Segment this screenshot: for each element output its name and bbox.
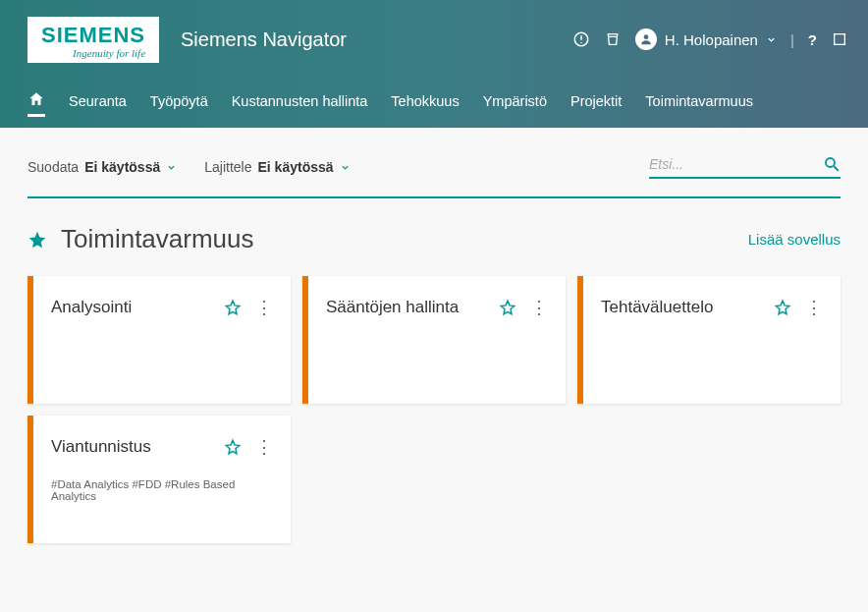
section-title: Toimintavarmuus bbox=[61, 224, 748, 254]
sort-label: Lajittele bbox=[204, 159, 251, 175]
divider: | bbox=[790, 31, 794, 48]
help-icon[interactable]: ? bbox=[808, 31, 817, 48]
card-title: Viantunnistus bbox=[51, 437, 224, 457]
app-header: SIEMENS Ingenuity for life Siemens Navig… bbox=[0, 0, 868, 128]
section-header: Toimintavarmuus Lisää sovellus bbox=[27, 224, 841, 254]
search-box[interactable] bbox=[649, 155, 841, 179]
star-outline-icon[interactable] bbox=[224, 438, 242, 456]
kebab-menu-icon[interactable]: ⋮ bbox=[255, 438, 273, 456]
card-tehtavaluettelo[interactable]: Tehtäväluettelo ⋮ bbox=[577, 276, 841, 404]
nav-kustannusten-hallinta[interactable]: Kustannusten hallinta bbox=[232, 93, 368, 113]
brand-name: SIEMENS bbox=[41, 25, 145, 46]
kebab-menu-icon[interactable]: ⋮ bbox=[530, 299, 548, 316]
chevron-down-icon bbox=[766, 34, 777, 45]
sort-control[interactable]: Lajittele Ei käytössä bbox=[204, 159, 350, 175]
main-nav: Seuranta Työpöytä Kustannusten hallinta … bbox=[0, 79, 868, 128]
card-title: Sääntöjen hallinta bbox=[326, 298, 499, 317]
nav-seuranta[interactable]: Seuranta bbox=[69, 93, 127, 113]
content: Toimintavarmuus Lisää sovellus Analysoin… bbox=[0, 196, 868, 543]
nav-tyopoyta[interactable]: Työpöytä bbox=[150, 93, 208, 113]
user-name: H. Holopainen bbox=[665, 31, 758, 48]
home-icon bbox=[27, 90, 45, 108]
brand-tagline: Ingenuity for life bbox=[41, 48, 145, 59]
section-divider bbox=[27, 196, 841, 198]
add-app-link[interactable]: Lisää sovellus bbox=[748, 231, 841, 248]
card-tags: #Data Analytics #FDD #Rules Based Analyt… bbox=[51, 478, 273, 502]
square-icon[interactable] bbox=[831, 30, 848, 48]
star-outline-icon[interactable] bbox=[499, 299, 516, 316]
search-icon[interactable] bbox=[823, 155, 841, 173]
svg-point-6 bbox=[826, 158, 835, 167]
bucket-icon[interactable] bbox=[604, 30, 622, 48]
nav-ymparisto[interactable]: Ympäristö bbox=[483, 93, 547, 113]
star-outline-icon[interactable] bbox=[774, 299, 791, 316]
filter-label: Suodata bbox=[27, 159, 79, 175]
svg-line-7 bbox=[834, 166, 839, 171]
nav-home[interactable] bbox=[27, 90, 45, 117]
star-filled-icon[interactable] bbox=[27, 230, 47, 250]
nav-toimintavarmuus[interactable]: Toimintavarmuus bbox=[645, 93, 753, 113]
svg-point-2 bbox=[580, 42, 582, 44]
header-actions: H. Holopainen | ? bbox=[572, 28, 848, 50]
filter-control[interactable]: Suodata Ei käytössä bbox=[27, 159, 177, 175]
chevron-down-icon bbox=[340, 162, 351, 173]
filter-value: Ei käytössä bbox=[84, 159, 160, 175]
card-grid: Analysointi ⋮ Sääntöjen hallinta ⋮ bbox=[27, 276, 841, 543]
brand-logo[interactable]: SIEMENS Ingenuity for life bbox=[27, 17, 159, 63]
kebab-menu-icon[interactable]: ⋮ bbox=[255, 299, 273, 316]
card-saantojen-hallinta[interactable]: Sääntöjen hallinta ⋮ bbox=[302, 276, 566, 404]
nav-tehokkuus[interactable]: Tehokkuus bbox=[391, 93, 459, 113]
kebab-menu-icon[interactable]: ⋮ bbox=[805, 299, 823, 316]
svg-point-4 bbox=[644, 34, 649, 39]
card-viantunnistus[interactable]: Viantunnistus ⋮ #Data Analytics #FDD #Ru… bbox=[27, 416, 291, 543]
app-title: Siemens Navigator bbox=[181, 28, 347, 51]
controls-bar: Suodata Ei käytössä Lajittele Ei käytöss… bbox=[0, 128, 868, 196]
chevron-down-icon bbox=[166, 162, 177, 173]
user-menu[interactable]: H. Holopainen bbox=[635, 28, 777, 50]
card-title: Analysointi bbox=[51, 298, 224, 317]
search-input[interactable] bbox=[649, 156, 823, 172]
sort-value: Ei käytössä bbox=[258, 159, 334, 175]
svg-rect-5 bbox=[835, 34, 845, 45]
header-top: SIEMENS Ingenuity for life Siemens Navig… bbox=[0, 0, 868, 79]
avatar-icon bbox=[635, 28, 657, 50]
alert-icon[interactable] bbox=[572, 30, 590, 48]
card-analysointi[interactable]: Analysointi ⋮ bbox=[27, 276, 291, 404]
star-outline-icon[interactable] bbox=[224, 299, 242, 316]
card-title: Tehtäväluettelo bbox=[601, 298, 774, 317]
nav-projektit[interactable]: Projektit bbox=[570, 93, 622, 113]
